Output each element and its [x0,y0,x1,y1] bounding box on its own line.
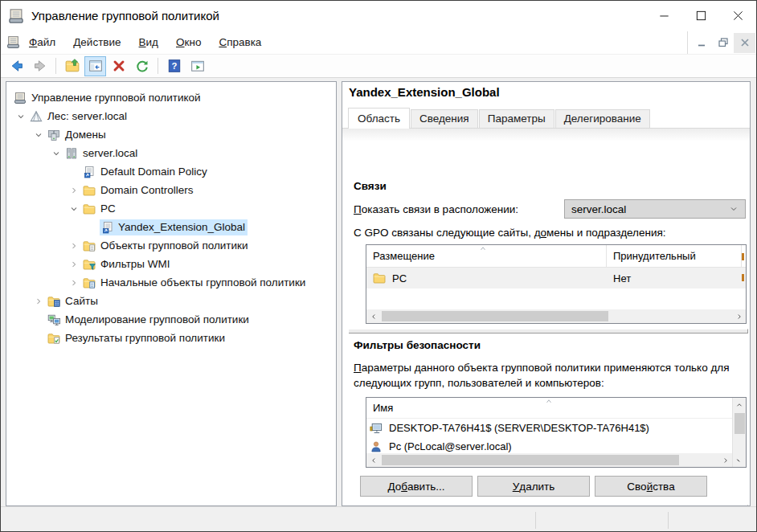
detail-pane: Yandex_Extension_Global Область Сведения… [342,81,751,506]
tab-details[interactable]: Сведения [411,109,478,128]
scroll-right-icon[interactable] [718,453,732,467]
security-section-heading: Фильтры безопасности [354,339,481,351]
scrollbar-thumb[interactable] [734,413,745,434]
gpmc-document-icon [6,35,20,49]
mdi-restore-button[interactable] [712,33,734,53]
chevron-right-icon[interactable] [66,276,82,289]
add-button[interactable]: Добавить... [360,476,473,497]
computer-icon [370,422,385,435]
chevron-down-icon [729,204,739,214]
column-header-enforced[interactable]: Принудительный [607,245,742,267]
tree-item-wmi-filters[interactable]: Фильтры WMI [6,255,336,273]
folder-icon [82,203,96,215]
security-row-label: Pc (PcLocal@server.local) [389,440,512,452]
horizontal-scrollbar[interactable] [366,309,746,323]
show-console-tree-icon [88,59,103,73]
tree-item-gp-results[interactable]: Результаты групповой политики [6,329,336,347]
forward-button[interactable] [29,56,51,76]
location-combobox-value: server.local [571,203,626,215]
close-button[interactable] [719,1,756,31]
tree-item-default-domain-policy[interactable]: Default Domain Policy [6,162,336,181]
tree-item-gpmc-root[interactable]: Управление групповой политикой [6,88,336,107]
refresh-button[interactable] [131,56,153,76]
horizontal-scrollbar[interactable] [366,453,732,467]
menu-help[interactable]: Справка [210,33,270,51]
scrollbar-thumb[interactable] [382,311,608,321]
modeling-icon [47,313,61,326]
chevron-right-icon[interactable] [31,295,47,308]
properties-button[interactable]: Свойства [595,476,707,497]
scrollbar-thumb[interactable] [382,455,679,465]
tree-item-pc-ou[interactable]: PC [6,199,336,218]
security-row-computer[interactable]: DESKTOP-TA76H41$ (SERVER\DESKTOP-TA76H41… [366,419,732,437]
tree-item-group-policy-objects[interactable]: Объекты групповой политики [6,236,336,255]
column-header-name[interactable]: Имя [366,398,732,419]
new-window-button[interactable] [186,56,208,76]
status-divider [668,512,669,529]
chevron-down-icon[interactable] [13,110,29,123]
scroll-down-icon[interactable] [733,453,747,467]
tree-item-gp-modeling[interactable]: Моделирование групповой политики [6,310,336,329]
tree-item-sites[interactable]: Сайты [6,292,336,310]
chevron-right-icon[interactable] [66,258,82,271]
location-combobox[interactable]: server.local [564,199,746,219]
links-table-row-pc[interactable]: PC Нет [366,268,746,289]
tree-item-domain-server-local[interactable]: server.local [6,144,336,162]
tab-settings[interactable]: Параметры [479,109,554,128]
vertical-scrollbar[interactable] [732,398,746,467]
tab-scope[interactable]: Область [348,108,410,129]
link-enforced-value: Нет [607,268,742,289]
back-button[interactable] [6,56,27,76]
folder-icon [373,272,387,284]
tab-delegation[interactable]: Делегирование [555,109,650,128]
chevron-down-icon[interactable] [66,203,82,215]
help-icon [167,59,182,73]
delete-button[interactable] [108,56,129,76]
tree-item-domain-controllers[interactable]: Domain Controllers [6,181,336,199]
menu-window[interactable]: Окно [167,33,210,51]
remove-button[interactable]: Удалить [477,476,590,497]
maximize-icon [695,10,707,22]
menu-action[interactable]: Действие [64,33,129,51]
caption-buttons [645,1,756,31]
scroll-left-icon[interactable] [366,453,380,467]
tree-item-yandex-extension-global[interactable]: Yandex_Extension_Global [6,218,336,236]
link-location-value: PC [392,272,407,284]
tree-item-label: server.local [83,147,137,159]
chevron-down-icon[interactable] [48,147,64,160]
selected-tree-item[interactable]: Yandex_Extension_Global [100,219,248,235]
column-header-name-label: Имя [373,402,393,414]
tree-item-label: Default Domain Policy [100,166,207,178]
chevron-right-icon[interactable] [66,239,82,252]
tree-item-domains[interactable]: Домены [6,125,336,144]
minimize-icon [658,10,670,22]
scroll-up-icon[interactable] [733,398,747,411]
gpo-link-icon [82,166,96,178]
links-section-heading: Связи [354,180,387,192]
user-icon [370,440,385,453]
scroll-left-icon[interactable] [366,309,380,323]
maximize-button[interactable] [682,1,719,31]
delete-icon [112,59,126,73]
menu-file[interactable]: Файл [20,33,64,51]
show-console-tree-button[interactable] [84,56,106,76]
help-button[interactable] [163,56,185,76]
chevron-right-icon[interactable] [66,184,82,197]
export-list-button[interactable] [61,56,83,76]
tree-item-forest[interactable]: Лес: server.local [6,107,336,125]
chevron-down-icon[interactable] [31,129,47,141]
security-buttons-row: Добавить... Удалить Свойства [360,476,707,497]
links-intro-label: С GPO связаны следующие сайты, домены и … [354,227,666,239]
menu-view[interactable]: Вид [130,33,167,51]
tree-item-label: Управление групповой политикой [31,92,201,104]
minimize-button[interactable] [645,1,682,31]
mdi-minimize-button[interactable] [690,33,712,53]
tree-item-label: Моделирование групповой политики [65,313,249,325]
scroll-right-icon[interactable] [732,309,746,323]
content-area: Управление групповой политикой Лес: serv… [1,78,756,506]
forward-icon [33,59,47,73]
gpo-title: Yandex_Extension_Global [349,85,500,99]
mdi-close-button[interactable] [734,33,755,53]
tree-item-starter-gpos[interactable]: Начальные объекты групповой политики [6,273,336,292]
folder-wmi-icon [82,258,96,271]
